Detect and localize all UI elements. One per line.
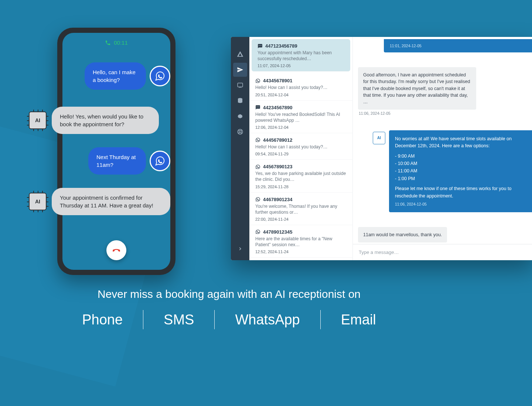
thread-preview: Yes, we do have parking available just o…	[255, 171, 347, 182]
thread-item[interactable]: 447123456789Your appointment with Mary h…	[252, 39, 350, 72]
sms-icon	[258, 44, 263, 49]
message-text: No worries at all! We have several time …	[395, 135, 528, 150]
thread-time: 11:07, 2024-12-05	[258, 63, 344, 68]
customer-message: 11am would be marvellous, thank you.	[358, 227, 532, 242]
sms-icon	[255, 105, 260, 110]
nav-send-icon[interactable]	[233, 63, 247, 77]
ai-avatar-icon: AI	[27, 110, 48, 131]
tagline-text: Never miss a booking again with an AI re…	[0, 288, 458, 300]
thread-item[interactable]: 44567890123Yes, we do have parking avail…	[249, 160, 352, 192]
chat-bubble-ai-1: AI Hello! Yes, when would you like to bo…	[27, 107, 159, 134]
whatsapp-avatar-icon	[150, 66, 170, 86]
chat-bubble-ai-2: AI Your appointment is confirmed for Thu…	[27, 188, 170, 215]
bubble-text: Hello! Yes, when would you like to book …	[52, 107, 159, 134]
thread-preview: Hello! How can I assist you today?…	[255, 85, 347, 90]
thread-number: 44789012345	[263, 229, 293, 235]
message-text: 11am would be marvellous, thank you.	[358, 227, 447, 242]
chat-input[interactable]: Type a message…	[353, 244, 532, 260]
thread-number: 44234567890	[263, 105, 293, 110]
customer-message: Good afternoon, I have an appointment sc…	[358, 67, 532, 116]
thread-preview: You're welcome, Thomas! If you have any …	[255, 203, 347, 215]
thread-item[interactable]: 44789012345Here are the available times …	[249, 225, 352, 258]
time-slot: - 1:00 PM	[395, 175, 528, 182]
nav-logo-icon[interactable]	[233, 47, 247, 61]
nav-rail	[231, 37, 249, 260]
bubble-text: Next Thurday at 11am?	[88, 147, 146, 175]
chat-messages: 11:01, 2024-12-05 Good afternoon, I have…	[353, 37, 532, 244]
bubble-text: Your appointment is confirmed for Thursd…	[52, 188, 170, 215]
message-text: Please let me know if one of these times…	[395, 185, 528, 200]
thread-number: 44678901234	[263, 197, 293, 202]
hangup-button[interactable]	[106, 240, 126, 260]
thread-time: 15:29, 2024-11-28	[255, 185, 347, 189]
thread-preview: Hello! How can I assist you today?…	[255, 144, 347, 150]
thread-number: 44345678901	[263, 78, 293, 83]
thread-preview: Your appointment with Mary has been succ…	[258, 50, 344, 62]
thread-time: 09:54, 2024-11-29	[255, 152, 347, 156]
chat-pane: 11:01, 2024-12-05 Good afternoon, I have…	[353, 37, 532, 260]
channel-sms: SMS	[143, 312, 214, 328]
whatsapp-icon	[255, 197, 260, 202]
nav-settings-icon[interactable]	[233, 109, 247, 123]
nav-help-icon[interactable]	[233, 125, 247, 139]
dashboard-panel: 447123456789Your appointment with Mary h…	[231, 37, 532, 260]
call-duration: 00:11	[114, 39, 128, 46]
thread-item[interactable]: 44456789012Hello! How can I assist you t…	[249, 133, 352, 160]
thread-time: 12:52, 2024-11-24	[255, 250, 347, 254]
thread-number: 44456789012	[263, 137, 293, 143]
time-slot-list: - 9:00 AM- 10:00 AM- 11:00 AM- 1:00 PM	[395, 153, 528, 183]
ai-avatar-icon: AI	[27, 191, 48, 212]
thread-number: 44567890123	[263, 164, 293, 169]
thread-preview: Hello! You've reached BookedSolid! This …	[255, 111, 347, 123]
nav-expand-icon[interactable]	[233, 242, 247, 256]
thread-item[interactable]: 44234567890Hello! You've reached BookedS…	[249, 101, 352, 133]
time-slot: - 11:00 AM	[395, 168, 528, 175]
svg-point-3	[239, 131, 241, 133]
ai-chip-icon: AI	[29, 111, 47, 129]
phone-screen: 00:11 Hello, can I make a booking? AI He…	[62, 33, 170, 270]
thread-number: 447123456789	[265, 43, 297, 49]
channel-whatsapp: WhatsApp	[215, 312, 320, 328]
channel-phone: Phone	[62, 312, 143, 328]
whatsapp-icon	[255, 164, 260, 169]
thread-time: 20:51, 2024-12-04	[255, 93, 347, 97]
nav-chat-icon[interactable]	[233, 78, 247, 92]
time-slot: - 10:00 AM	[395, 160, 528, 167]
channels-row: Phone SMS WhatsApp Email	[0, 310, 458, 329]
message-time: 11:06, 2024-12-05	[395, 201, 528, 207]
thread-list: 447123456789Your appointment with Mary h…	[249, 37, 353, 260]
chat-bubble-user-1: Hello, can I make a booking?	[85, 62, 170, 90]
ai-chip-icon: AI	[29, 193, 47, 210]
whatsapp-icon	[255, 229, 260, 234]
svg-rect-0	[238, 83, 243, 87]
ai-chip-icon: AI	[373, 132, 385, 144]
whatsapp-icon	[255, 137, 260, 142]
phone-call-icon	[105, 40, 111, 46]
thread-preview: Here are the available times for a "New …	[255, 236, 347, 248]
whatsapp-avatar-icon	[150, 151, 170, 171]
nav-database-icon[interactable]	[233, 94, 247, 108]
bubble-text: Hello, can I make a booking?	[85, 62, 146, 90]
ai-message: AI No worries at all! We have several ti…	[373, 130, 532, 212]
phone-mockup: 00:11 Hello, can I make a booking? AI He…	[57, 28, 175, 275]
thread-item[interactable]: 44678901234You're welcome, Thomas! If yo…	[249, 193, 352, 225]
whatsapp-icon	[255, 78, 260, 83]
message-time: 11:06, 2024-12-05	[358, 111, 532, 116]
message-text: Good afternoon, I have an appointment sc…	[358, 67, 476, 110]
message-time: 11:01, 2024-12-05	[390, 43, 528, 49]
thread-item[interactable]: 44345678901Hello! How can I assist you t…	[249, 74, 352, 100]
call-status: 00:11	[62, 33, 170, 46]
chat-bubble-user-2: Next Thurday at 11am?	[88, 147, 170, 175]
channel-email: Email	[321, 312, 396, 328]
thread-item[interactable]: 44890123456Many thanks12:48, 2024-11-24	[249, 258, 352, 260]
ai-message-top: 11:01, 2024-12-05	[384, 39, 532, 52]
thread-time: 12:06, 2024-12-04	[255, 125, 347, 130]
time-slot: - 9:00 AM	[395, 153, 528, 160]
thread-time: 22:00, 2024-11-24	[255, 217, 347, 221]
